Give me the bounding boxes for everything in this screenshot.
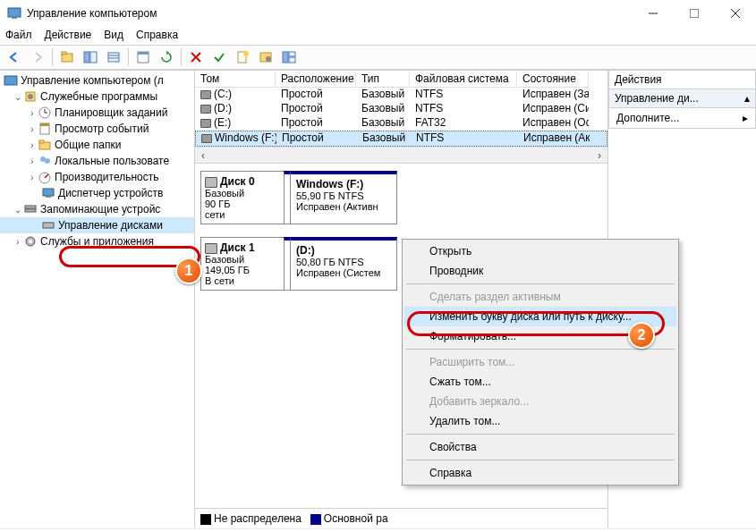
tree-pane: Управление компьютером (л ⌄Служебные про… — [0, 71, 195, 528]
volume-row[interactable]: (E:) Простой Базовый FAT32 Исправен (Ос — [195, 116, 607, 131]
back-button[interactable] — [4, 46, 25, 68]
check-icon[interactable] — [208, 46, 230, 68]
svg-rect-9 — [90, 52, 97, 63]
header-layout[interactable]: Расположение — [276, 71, 356, 88]
volume-row[interactable]: (C:) Простой Базовый NTFS Исправен (За — [195, 88, 607, 102]
callout-badge-1: 1 — [175, 258, 202, 284]
menu-help[interactable]: Справка — [136, 29, 178, 43]
svg-rect-40 — [25, 206, 36, 208]
svg-rect-10 — [108, 53, 119, 62]
partition-windows-f[interactable]: Windows (F:) 55,90 ГБ NTFS Исправен (Акт… — [290, 171, 397, 224]
svg-point-44 — [29, 240, 32, 243]
svg-rect-38 — [43, 189, 54, 196]
collapse-icon: ▴ — [744, 92, 750, 105]
volume-header: Том Расположение Тип Файловая система Со… — [195, 71, 607, 88]
app-icon — [7, 6, 21, 21]
tree-root[interactable]: Управление компьютером (л — [0, 72, 194, 89]
svg-rect-39 — [46, 196, 51, 198]
disk-0-header[interactable]: Диск 0 Базовый 90 ГБ сети — [200, 171, 285, 224]
actions-group[interactable]: Управление ди...▴ — [608, 89, 756, 108]
menu-action[interactable]: Действие — [45, 29, 92, 43]
tree-storage[interactable]: ⌄Запоминающие устройс — [0, 201, 194, 217]
titlebar: Управление компьютером — [0, 0, 756, 27]
up-button[interactable] — [56, 46, 78, 68]
svg-point-18 — [243, 51, 249, 56]
tree-local-users[interactable]: ›Локальные пользовате — [0, 153, 194, 169]
svg-point-35 — [45, 158, 50, 164]
disk-1-header[interactable]: Диск 1 Базовый 149,05 ГБ В сети — [200, 237, 285, 291]
maximize-button[interactable] — [674, 0, 715, 27]
actions-more[interactable]: Дополните...▸ — [608, 108, 756, 129]
new-icon[interactable] — [232, 46, 253, 68]
svg-rect-23 — [289, 57, 295, 63]
legend-swatch-primary — [310, 514, 321, 525]
svg-rect-14 — [138, 52, 149, 55]
menu-view[interactable]: Вид — [104, 29, 123, 43]
svg-rect-3 — [690, 9, 699, 18]
volume-row[interactable]: (D:) Простой Базовый NTFS Исправен (Си — [195, 102, 607, 116]
ctx-help[interactable]: Справка — [404, 463, 676, 483]
disk-icon — [205, 177, 217, 188]
ctx-open[interactable]: Открыть — [404, 241, 676, 261]
svg-rect-0 — [8, 8, 21, 17]
volume-icon — [201, 134, 212, 143]
find-icon[interactable] — [278, 46, 300, 68]
context-menu: Открыть Проводник Сделать раздел активны… — [402, 239, 679, 486]
svg-rect-21 — [283, 52, 288, 63]
svg-rect-41 — [25, 209, 36, 212]
ctx-delete[interactable]: Удалить том... — [404, 411, 676, 431]
window-title: Управление компьютером — [27, 7, 633, 20]
svg-rect-8 — [84, 52, 89, 63]
callout-badge-2: 2 — [628, 322, 655, 349]
tree-shared-folders[interactable]: ›Общие папки — [0, 137, 194, 153]
svg-rect-33 — [39, 140, 44, 143]
ctx-shrink[interactable]: Сжать том... — [404, 372, 676, 392]
header-volume[interactable]: Том — [195, 71, 276, 88]
horizontal-scrollbar[interactable]: ‹› — [195, 147, 607, 163]
header-status[interactable]: Состояние — [517, 71, 589, 88]
partition-d[interactable]: (D:) 50,80 ГБ NTFS Исправен (Систем — [290, 237, 397, 291]
legend: Не распределена Основной ра — [195, 508, 607, 528]
menu-file[interactable]: Файл — [5, 29, 32, 43]
list-button[interactable] — [103, 46, 124, 68]
ctx-properties[interactable]: Свойства — [404, 437, 676, 457]
volume-row-selected[interactable]: Windows (F:) Простой Базовый NTFS Исправ… — [195, 131, 607, 147]
ctx-extend: Расширить том... — [404, 352, 676, 372]
tree-task-scheduler[interactable]: ›Планировщик заданий — [0, 105, 194, 121]
show-hide-tree-button[interactable] — [80, 46, 101, 68]
ctx-make-active: Сделать раздел активным — [404, 287, 676, 307]
volume-icon — [200, 105, 211, 114]
tree-disk-management[interactable]: Управление дисками — [0, 217, 194, 233]
properties-button[interactable] — [132, 46, 154, 68]
volume-icon — [200, 119, 211, 128]
menubar: Файл Действие Вид Справка — [0, 27, 756, 45]
svg-rect-7 — [62, 52, 66, 55]
tree-services-apps[interactable]: ›Службы и приложения — [0, 233, 194, 249]
delete-icon[interactable] — [185, 46, 207, 68]
svg-point-26 — [28, 94, 33, 99]
toolbar — [0, 45, 756, 70]
header-type[interactable]: Тип — [356, 71, 410, 88]
svg-rect-1 — [12, 17, 17, 19]
tree-device-manager[interactable]: Диспетчер устройств — [0, 185, 194, 201]
minimize-button[interactable] — [633, 0, 674, 27]
refresh-button[interactable] — [156, 46, 177, 68]
settings-icon[interactable] — [255, 46, 276, 68]
tree-event-viewer[interactable]: ›Просмотр событий — [0, 121, 194, 137]
svg-rect-24 — [4, 76, 17, 85]
svg-rect-31 — [40, 123, 49, 126]
header-filesystem[interactable]: Файловая система — [410, 71, 517, 88]
svg-point-20 — [266, 56, 271, 62]
svg-rect-42 — [43, 223, 54, 228]
svg-rect-22 — [289, 52, 295, 56]
chevron-right-icon: ▸ — [743, 112, 748, 124]
volume-list: Том Расположение Тип Файловая система Со… — [195, 71, 607, 164]
tree-performance[interactable]: ›Производительность — [0, 169, 194, 185]
ctx-mirror: Добавить зеркало... — [404, 392, 676, 411]
close-button[interactable] — [715, 0, 756, 27]
tree-system-tools[interactable]: ⌄Служебные программы — [0, 89, 194, 105]
ctx-explorer[interactable]: Проводник — [404, 261, 676, 281]
volume-icon — [200, 90, 211, 99]
forward-button[interactable] — [27, 46, 48, 68]
actions-header: Действия — [608, 71, 756, 89]
